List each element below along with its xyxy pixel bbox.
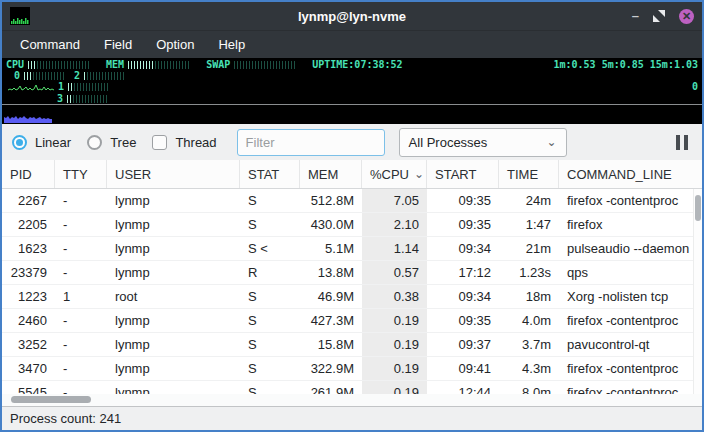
monitor-meters: CPU MEM SWAP UPTIME:07:38:52 1m:0.53 5m:… — [2, 58, 702, 93]
load-average-text: 1m:0.53 5m:0.85 15m:1.03 — [554, 59, 699, 70]
close-button[interactable]: ✕ — [679, 9, 694, 24]
table-row[interactable]: 5545-lynmpS261.9M0.1912:448.0mfirefox -c… — [2, 381, 702, 394]
table-row[interactable]: 12231rootS46.9M0.3809:3418mXorg -noliste… — [2, 285, 702, 309]
minimize-button[interactable]: – — [632, 11, 639, 21]
linear-radio[interactable] — [12, 135, 27, 150]
column-header-cpu[interactable]: %CPU ⌄ — [362, 160, 427, 188]
menu-command[interactable]: Command — [8, 31, 92, 58]
table-row[interactable]: 2267-lynmpS512.8M7.0509:3524mfirefox -co… — [2, 189, 702, 213]
table-header-row: PID TTY USER STAT MEM %CPU ⌄ START TIME … — [2, 160, 702, 189]
table-row[interactable]: 3470-lynmpS322.9M0.1909:414.3mfirefox -c… — [2, 357, 702, 381]
table-row[interactable]: 1623-lynmpS <5.1M1.1409:3421mpulseaudio … — [2, 237, 702, 261]
menu-bar: Command Field Option Help — [2, 30, 702, 58]
app-icon — [10, 7, 30, 25]
pause-button[interactable] — [676, 135, 688, 150]
table-row[interactable]: 23379-lynmpR13.8M0.5717:121.23sqps — [2, 261, 702, 285]
core3-meter — [67, 95, 107, 103]
column-header-tty[interactable]: TTY — [55, 160, 107, 188]
uptime-text: UPTIME:07:38:52 — [312, 59, 402, 70]
table-row[interactable]: 2460-lynmpS427.3M0.1909:354.0mfirefox -c… — [2, 309, 702, 333]
title-bar: lynmp@lyn-nvme – ✕ — [2, 2, 702, 30]
mem-meter-label: MEM — [106, 59, 124, 70]
filter-input[interactable] — [237, 129, 385, 156]
linear-radio-label[interactable]: Linear — [35, 135, 71, 150]
swap-meter-label: SWAP — [206, 59, 230, 70]
window-title: lynmp@lyn-nvme — [2, 9, 702, 24]
core1-label: 1 — [58, 81, 64, 92]
control-bar: Linear Tree Thread All Processes ⌄ — [2, 124, 702, 160]
cpu-meter — [28, 61, 90, 69]
core1-meter — [68, 83, 108, 91]
column-header-time[interactable]: TIME — [499, 160, 559, 188]
cpu-history-waveform — [8, 82, 54, 92]
load-scale-label: 0 — [692, 81, 698, 92]
table-row[interactable]: 2205-lynmpS430.0M2.1009:351:47firefox — [2, 213, 702, 237]
maximize-icon — [653, 10, 665, 22]
menu-field[interactable]: Field — [92, 31, 144, 58]
column-header-mem[interactable]: MEM — [300, 160, 362, 188]
maximize-button[interactable] — [653, 10, 665, 22]
chevron-down-icon: ⌄ — [547, 135, 557, 149]
tree-radio-label[interactable]: Tree — [110, 135, 136, 150]
process-scope-value: All Processes — [409, 135, 488, 150]
column-header-stat[interactable]: STAT — [240, 160, 300, 188]
column-header-start[interactable]: START — [427, 160, 499, 188]
process-scope-select[interactable]: All Processes ⌄ — [399, 128, 567, 157]
system-monitor[interactable]: CPU MEM SWAP UPTIME:07:38:52 1m:0.53 5m:… — [2, 58, 702, 124]
column-header-user[interactable]: USER — [107, 160, 240, 188]
core0-meter — [24, 72, 64, 80]
load-history-graph — [2, 105, 702, 124]
column-header-pid[interactable]: PID — [2, 160, 55, 188]
horizontal-scrollbar[interactable] — [2, 394, 702, 406]
vertical-scrollbar[interactable] — [693, 189, 702, 394]
thread-checkbox[interactable] — [152, 135, 167, 150]
close-icon: ✕ — [682, 11, 691, 22]
core3-label: 3 — [57, 93, 63, 104]
table-row[interactable]: 3252-lynmpS15.8M0.1909:373.7mpavucontrol… — [2, 333, 702, 357]
thread-checkbox-label[interactable]: Thread — [175, 135, 216, 150]
mem-meter — [128, 61, 190, 69]
pause-icon — [676, 135, 680, 150]
tree-radio[interactable] — [87, 135, 102, 150]
process-table: PID TTY USER STAT MEM %CPU ⌄ START TIME … — [2, 160, 702, 394]
core0-label: 0 — [14, 70, 20, 81]
swap-meter — [234, 61, 296, 69]
cpu-meter-label: CPU — [6, 59, 24, 70]
menu-help[interactable]: Help — [206, 31, 257, 58]
core2-meter — [84, 72, 124, 80]
column-header-command-line[interactable]: COMMAND_LINE — [559, 160, 702, 188]
core2-label: 2 — [74, 70, 80, 81]
process-count-text: Process count: 241 — [10, 411, 121, 426]
sort-descending-icon: ⌄ — [414, 167, 424, 181]
menu-option[interactable]: Option — [144, 31, 206, 58]
app-window: lynmp@lyn-nvme – ✕ Command Field Option … — [0, 0, 704, 432]
horizontal-scrollbar-thumb[interactable] — [11, 396, 91, 403]
status-bar: Process count: 241 — [2, 406, 702, 430]
vertical-scrollbar-thumb[interactable] — [695, 195, 701, 221]
